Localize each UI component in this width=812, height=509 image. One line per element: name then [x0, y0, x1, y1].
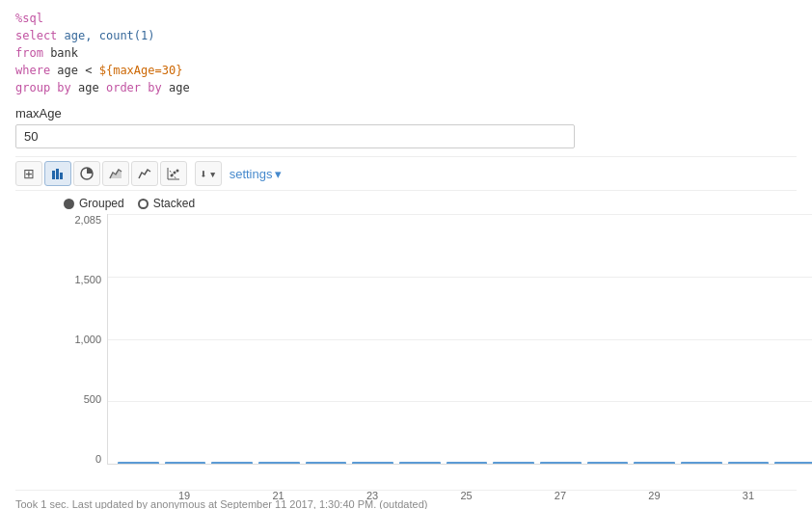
bar-group: [258, 462, 300, 464]
bar[interactable]: [306, 462, 347, 464]
bar-chart-icon: [51, 167, 65, 180]
code-line-2: select age, count(1): [15, 27, 797, 44]
settings-arrow-icon: ▾: [275, 167, 282, 181]
bar[interactable]: [493, 462, 534, 464]
svg-point-8: [171, 174, 174, 177]
stacked-dot: [138, 199, 149, 209]
bar-group: [211, 462, 253, 464]
grouped-label: Grouped: [79, 197, 124, 210]
param-input[interactable]: [15, 124, 575, 148]
bar-group: [587, 462, 629, 464]
table-view-button[interactable]: ⊞: [15, 161, 42, 186]
param-label: maxAge: [15, 106, 797, 121]
bar-group: [306, 462, 347, 464]
code-line-3: from bank: [15, 44, 797, 62]
bar[interactable]: [681, 462, 722, 464]
area-chart-button[interactable]: [102, 161, 129, 186]
bar[interactable]: [118, 462, 159, 464]
svg-rect-2: [60, 173, 63, 179]
x-axis-label: 29: [634, 486, 675, 501]
bars-container: [108, 214, 812, 464]
pie-chart-button[interactable]: [73, 161, 100, 186]
toolbar: ⊞: [15, 156, 797, 191]
bar-group: [728, 462, 770, 464]
bar-group: [774, 462, 812, 464]
bar-group: [118, 462, 159, 464]
bar-group: [447, 462, 488, 464]
line-chart-icon: [138, 167, 151, 180]
x-axis-label: 21: [257, 486, 299, 501]
y-axis-label: 1,000: [74, 334, 101, 345]
download-dropdown-icon: ▾: [209, 167, 217, 181]
x-axis-label: 27: [540, 486, 582, 501]
bar[interactable]: [211, 462, 253, 464]
scatter-chart-button[interactable]: [160, 161, 187, 186]
bar-group: [493, 462, 534, 464]
bar[interactable]: [258, 462, 300, 464]
x-axis-label: 25: [446, 486, 487, 501]
bar-group: [634, 462, 675, 464]
bar[interactable]: [634, 462, 675, 464]
x-axis-label: 19: [164, 486, 205, 501]
bar-chart-button[interactable]: [44, 161, 71, 186]
code-line-5: group by age order by age: [15, 79, 797, 96]
settings-label: settings: [230, 167, 273, 181]
bar-group: [681, 462, 722, 464]
download-button[interactable]: ⬇ ▾: [195, 161, 222, 186]
bar[interactable]: [587, 462, 629, 464]
settings-button[interactable]: settings ▾: [230, 167, 283, 181]
chart-plot: [107, 214, 812, 465]
chart-wrapper: 2,0851,5001,0005000 18192021222324252627…: [64, 214, 812, 484]
code-line-1: %sql: [15, 10, 797, 27]
x-axis-label: 23: [352, 486, 393, 501]
stacked-label: Stacked: [153, 197, 195, 210]
y-axis-label: 2,085: [74, 214, 101, 226]
bar[interactable]: [774, 462, 812, 464]
bar[interactable]: [540, 462, 582, 464]
svg-rect-1: [56, 169, 59, 179]
y-axis-label: 500: [84, 393, 101, 405]
bar[interactable]: [165, 462, 206, 464]
chart-area: Grouped Stacked 2,0851,5001,0005000 1819…: [15, 197, 797, 484]
svg-point-9: [174, 172, 176, 174]
bar-group: [399, 462, 441, 464]
bar-group: [352, 462, 393, 464]
y-axis: 2,0851,5001,0005000: [64, 214, 107, 465]
code-line-4: where age < ${maxAge=30}: [15, 62, 797, 79]
pie-chart-icon: [80, 167, 94, 180]
svg-point-10: [176, 170, 179, 173]
bar[interactable]: [447, 462, 488, 464]
bar[interactable]: [352, 462, 393, 464]
line-chart-button[interactable]: [131, 161, 158, 186]
bar-group: [165, 462, 206, 464]
area-chart-icon: [109, 167, 122, 180]
legend-stacked[interactable]: Stacked: [138, 197, 195, 210]
grouped-dot: [64, 199, 74, 209]
bar[interactable]: [399, 462, 441, 464]
legend-grouped[interactable]: Grouped: [64, 197, 124, 210]
svg-rect-0: [52, 171, 55, 179]
param-section: maxAge: [15, 106, 797, 148]
sql-code-block: %sql select age, count(1) from bank wher…: [15, 10, 797, 96]
download-icon: ⬇: [200, 167, 207, 181]
bar-group: [540, 462, 582, 464]
y-axis-label: 1,500: [74, 274, 101, 285]
scatter-chart-icon: [167, 167, 180, 180]
y-axis-label: 0: [95, 453, 101, 465]
bar[interactable]: [728, 462, 770, 464]
x-axis-label: 31: [728, 486, 770, 501]
chart-legend: Grouped Stacked: [64, 197, 797, 210]
x-axis: 181920212223242526272829303132: [107, 486, 812, 501]
